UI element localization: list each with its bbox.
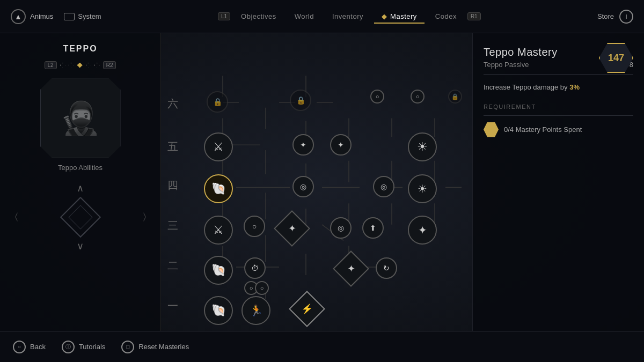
- node-1-diamond-center[interactable]: ⚡: [294, 296, 320, 322]
- node-4-1[interactable]: 🐚: [204, 174, 233, 203]
- node-2-diamond[interactable]: ✦: [338, 256, 364, 282]
- node-4-3[interactable]: ◎: [373, 176, 394, 197]
- currency-badge: 147: [599, 43, 633, 73]
- node-5-2[interactable]: ✦: [292, 134, 314, 156]
- node-circle-4-2: ◎: [292, 176, 314, 197]
- node-6-1[interactable]: 🔒: [207, 91, 228, 113]
- nav-bar: ▲ Animus System L1 Objectives World Inve…: [0, 0, 644, 33]
- node-diamond-1: ⚡: [289, 291, 325, 327]
- currency-value: 147: [608, 53, 624, 64]
- reset-label: Reset Masteries: [138, 343, 189, 351]
- node-2-3[interactable]: ↻: [376, 257, 397, 279]
- mastery-dot-3: [77, 63, 83, 68]
- node-3-5[interactable]: ✦: [408, 216, 437, 245]
- tutorials-label: Tutorials: [79, 343, 105, 351]
- node-2-1[interactable]: 🐚: [204, 256, 233, 285]
- system-label: System: [78, 12, 101, 20]
- mastery-dot-1: [60, 63, 65, 68]
- mastery-tree: 六 五 四 三 二 一 🔒 🔒 ○ ○ 🔒 ⚔ ✦: [161, 33, 472, 331]
- node-circle-6-3: ○: [370, 90, 384, 104]
- node-circle-4-4: ☀: [408, 174, 437, 203]
- tutorials-btn-icon: ⓛ: [65, 343, 71, 351]
- reset-btn-icon: □: [126, 344, 129, 350]
- node-4-2[interactable]: ◎: [292, 176, 314, 197]
- row-label-4: 四: [167, 178, 178, 193]
- node-3-1[interactable]: ⚔: [204, 216, 233, 245]
- node-5-4[interactable]: ☀: [408, 132, 437, 161]
- back-label: Back: [30, 343, 46, 351]
- node-6-5[interactable]: 🔒: [448, 90, 462, 104]
- row-label-2: 二: [167, 258, 178, 273]
- row-label-1: 一: [167, 299, 178, 313]
- node-circle-3-5: ✦: [408, 216, 437, 245]
- node-1-small-top2[interactable]: ○: [255, 281, 269, 295]
- row-label-6: 六: [167, 97, 178, 111]
- r2-button[interactable]: R2: [103, 61, 116, 69]
- tree-canvas: 六 五 四 三 二 一 🔒 🔒 ○ ○ 🔒 ⚔ ✦: [161, 33, 472, 331]
- node-3-2[interactable]: ○: [244, 216, 265, 237]
- tab-codex[interactable]: Codex: [428, 9, 464, 24]
- left-arrow[interactable]: 〈: [9, 211, 19, 224]
- node-circle-3-4: ⬆: [362, 217, 384, 239]
- node-2-2[interactable]: ⏱: [244, 257, 266, 279]
- node-3-3[interactable]: ◎: [330, 217, 352, 239]
- node-diamond-inner-2: ✦: [347, 263, 355, 275]
- l2-button[interactable]: L2: [45, 61, 57, 69]
- row-label-5: 五: [167, 139, 178, 154]
- node-4-4[interactable]: ☀: [408, 174, 437, 203]
- node-6-3[interactable]: ○: [370, 90, 384, 104]
- nav-system[interactable]: System: [64, 12, 101, 20]
- right-arrow[interactable]: 〉: [142, 211, 152, 224]
- row-label-3: 三: [167, 218, 178, 233]
- node-circle-2-3: ↻: [376, 257, 397, 279]
- side-nav-row: 〈 〉: [9, 198, 152, 236]
- node-diamond-3: ✦: [274, 210, 310, 247]
- mastery-diamond-icon: [382, 14, 387, 20]
- r1-button[interactable]: R1: [467, 12, 481, 20]
- reset-action[interactable]: □ Reset Masteries: [121, 341, 189, 353]
- character-name: TEPPO: [63, 44, 97, 54]
- node-circle-6-4: ○: [411, 90, 425, 104]
- portrait-figure: 🥷: [60, 99, 100, 137]
- store-icon[interactable]: i: [619, 10, 633, 24]
- tutorials-button[interactable]: ⓛ: [62, 341, 75, 353]
- node-1-1[interactable]: 🐚: [204, 296, 233, 325]
- node-circle-2-1: 🐚: [204, 256, 233, 285]
- node-6-2[interactable]: 🔒: [290, 90, 311, 111]
- tab-world[interactable]: World: [287, 9, 321, 24]
- node-circle-4-1: 🐚: [204, 174, 233, 203]
- mastery-dot-2: [69, 63, 74, 68]
- down-arrow[interactable]: ∨: [77, 240, 84, 252]
- back-action[interactable]: ○ Back: [13, 341, 46, 353]
- tab-inventory[interactable]: Inventory: [325, 9, 371, 24]
- node-diamond-inner: ✦: [288, 223, 296, 234]
- tab-objectives[interactable]: Objectives: [233, 9, 284, 24]
- l1-button[interactable]: L1: [218, 12, 230, 20]
- back-btn-icon: ○: [18, 344, 21, 350]
- node-6-4[interactable]: ○: [411, 90, 425, 104]
- left-panel: TEPPO L2 R2 🥷 Teppo Abilities ∧ 〈 〉 ∨: [0, 33, 161, 331]
- system-icon: [64, 13, 75, 20]
- up-arrow[interactable]: ∧: [77, 182, 84, 194]
- store-label[interactable]: Store: [597, 12, 614, 20]
- node-diamond-inner-1: ⚡: [301, 303, 313, 315]
- nav-brand[interactable]: ▲ Animus: [11, 9, 53, 24]
- mastery-dot-5: [94, 63, 100, 68]
- node-5-3[interactable]: ✦: [330, 134, 352, 156]
- node-5-1[interactable]: ⚔: [204, 132, 233, 161]
- nav-diamond: [62, 198, 99, 236]
- requirement-label: REQUIREMENT: [484, 104, 633, 110]
- node-1-2[interactable]: 🏃: [241, 296, 270, 325]
- right-panel: Teppo Mastery Teppo Passive 0/8 Increase…: [472, 33, 644, 331]
- node-circle-3-1: ⚔: [204, 216, 233, 245]
- node-circle-5-3: ✦: [330, 134, 352, 156]
- reset-button[interactable]: □: [121, 341, 134, 353]
- back-button[interactable]: ○: [13, 341, 26, 353]
- tab-mastery[interactable]: Mastery: [374, 9, 425, 24]
- node-3-diamond[interactable]: ✦: [279, 216, 305, 241]
- nav-left: ▲ Animus System: [11, 9, 101, 24]
- tutorials-action[interactable]: ⓛ Tutorials: [62, 341, 105, 353]
- mastery-dot-4: [86, 63, 91, 68]
- character-label: Teppo Abilities: [58, 164, 103, 172]
- node-3-4[interactable]: ⬆: [362, 217, 384, 239]
